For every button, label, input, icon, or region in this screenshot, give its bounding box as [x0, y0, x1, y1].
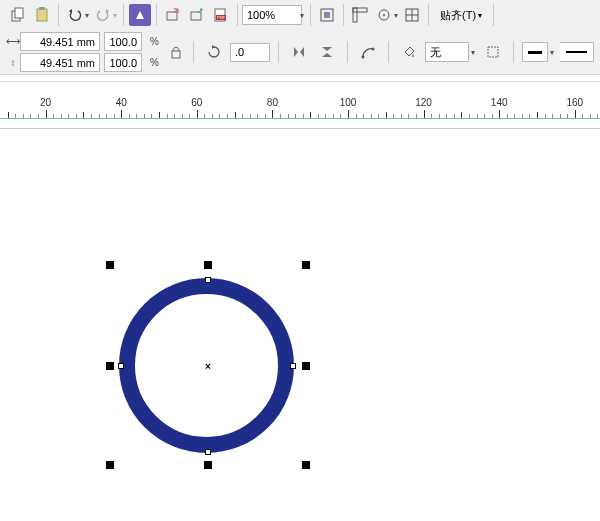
- zoom-dropdown[interactable]: ▾: [300, 11, 306, 20]
- svg-point-19: [361, 56, 364, 59]
- handle-e[interactable]: [302, 362, 310, 370]
- horizontal-ruler[interactable]: 20406080100120140160: [0, 81, 600, 119]
- line-style-preview[interactable]: [560, 42, 594, 62]
- svg-point-14: [383, 14, 385, 16]
- launch-icon[interactable]: [129, 4, 151, 26]
- lock-aspect-icon[interactable]: [167, 32, 185, 72]
- undo-icon[interactable]: [64, 4, 86, 26]
- svg-rect-1: [15, 8, 23, 18]
- separator: [237, 4, 238, 26]
- separator: [513, 41, 514, 63]
- paste-icon[interactable]: [31, 4, 53, 26]
- node-left[interactable]: [118, 363, 124, 369]
- handle-w[interactable]: [106, 362, 114, 370]
- ruler-tick-label: 80: [267, 97, 278, 108]
- handle-se[interactable]: [302, 461, 310, 469]
- svg-rect-11: [353, 8, 367, 12]
- fill-input[interactable]: 无: [425, 42, 469, 62]
- scale-y-value: 100.0: [109, 57, 137, 69]
- separator: [193, 41, 194, 63]
- svg-rect-18: [172, 51, 180, 58]
- ruler-tick-label: 60: [191, 97, 202, 108]
- node-bottom[interactable]: [205, 449, 211, 455]
- handle-s[interactable]: [204, 461, 212, 469]
- scale-x-input[interactable]: 100.0: [104, 32, 142, 51]
- zoom-input[interactable]: 100%: [242, 5, 302, 25]
- svg-rect-4: [167, 12, 177, 20]
- import-icon[interactable]: [162, 4, 184, 26]
- separator: [388, 41, 389, 63]
- redo-icon[interactable]: [92, 4, 114, 26]
- rotation-input[interactable]: .0: [230, 43, 270, 62]
- separator: [347, 41, 348, 63]
- ruler-tick-label: 40: [116, 97, 127, 108]
- node-right[interactable]: [290, 363, 296, 369]
- ruler-tick-label: 120: [415, 97, 432, 108]
- separator: [493, 4, 494, 26]
- line-color-swatch[interactable]: [522, 42, 548, 62]
- width-input[interactable]: 49.451 mm: [20, 32, 100, 51]
- selection-center-marker: ×: [205, 361, 211, 372]
- ruler-tick-label: 100: [340, 97, 357, 108]
- view-dropdown[interactable]: ▾: [394, 11, 400, 20]
- svg-rect-21: [488, 47, 498, 57]
- fill-value: 无: [430, 45, 441, 60]
- fill-dropdown[interactable]: ▾: [471, 48, 477, 57]
- separator: [310, 4, 311, 26]
- separator: [58, 4, 59, 26]
- separator: [278, 41, 279, 63]
- zoom-value: 100%: [247, 9, 275, 21]
- handle-sw[interactable]: [106, 461, 114, 469]
- mirror-h-icon[interactable]: [288, 41, 310, 63]
- separator: [123, 4, 124, 26]
- arc-icon[interactable]: [357, 41, 379, 63]
- snap-button[interactable]: 贴齐(T)▾: [433, 4, 489, 26]
- rotation-value: .0: [235, 46, 244, 58]
- svg-rect-12: [353, 8, 357, 22]
- grid-icon[interactable]: [373, 4, 395, 26]
- unit-label: %: [150, 57, 159, 68]
- fill-options-icon[interactable]: [482, 41, 504, 63]
- page-edge: [0, 128, 600, 129]
- snap-label: 贴齐(T): [440, 8, 476, 23]
- height-value: 49.451 mm: [40, 57, 95, 69]
- rotate-icon[interactable]: [203, 41, 225, 63]
- separator: [156, 4, 157, 26]
- canvas[interactable]: ×: [0, 128, 600, 521]
- undo-dropdown[interactable]: ▾: [85, 11, 91, 20]
- mirror-v-icon[interactable]: [316, 41, 338, 63]
- svg-rect-2: [37, 9, 47, 21]
- ruler-tick-label: 20: [40, 97, 51, 108]
- node-top[interactable]: [205, 277, 211, 283]
- svg-text:PDF: PDF: [217, 15, 226, 20]
- pdf-export-icon[interactable]: PDF: [210, 4, 232, 26]
- bucket-icon[interactable]: [398, 41, 420, 63]
- width-value: 49.451 mm: [40, 36, 95, 48]
- rulers-icon[interactable]: [349, 4, 371, 26]
- height-icon: ↕: [6, 57, 20, 68]
- scale-x-value: 100.0: [109, 36, 137, 48]
- fullscreen-icon[interactable]: [316, 4, 338, 26]
- handle-ne[interactable]: [302, 261, 310, 269]
- ruler-tick-label: 140: [491, 97, 508, 108]
- handle-n[interactable]: [204, 261, 212, 269]
- redo-dropdown[interactable]: ▾: [113, 11, 119, 20]
- svg-rect-5: [191, 12, 201, 20]
- scale-y-input[interactable]: 100.0: [104, 53, 142, 72]
- line-color-dropdown[interactable]: ▾: [550, 48, 556, 57]
- separator: [428, 4, 429, 26]
- height-input[interactable]: 49.451 mm: [20, 53, 100, 72]
- unit-label: %: [150, 36, 159, 47]
- handle-nw[interactable]: [106, 261, 114, 269]
- svg-rect-10: [324, 12, 330, 18]
- separator: [343, 4, 344, 26]
- width-icon: ⟷: [6, 36, 20, 47]
- export-icon[interactable]: [186, 4, 208, 26]
- guides-icon[interactable]: [401, 4, 423, 26]
- copy-icon[interactable]: [7, 4, 29, 26]
- svg-point-20: [371, 48, 374, 51]
- svg-rect-3: [39, 7, 45, 10]
- ruler-tick-label: 160: [566, 97, 583, 108]
